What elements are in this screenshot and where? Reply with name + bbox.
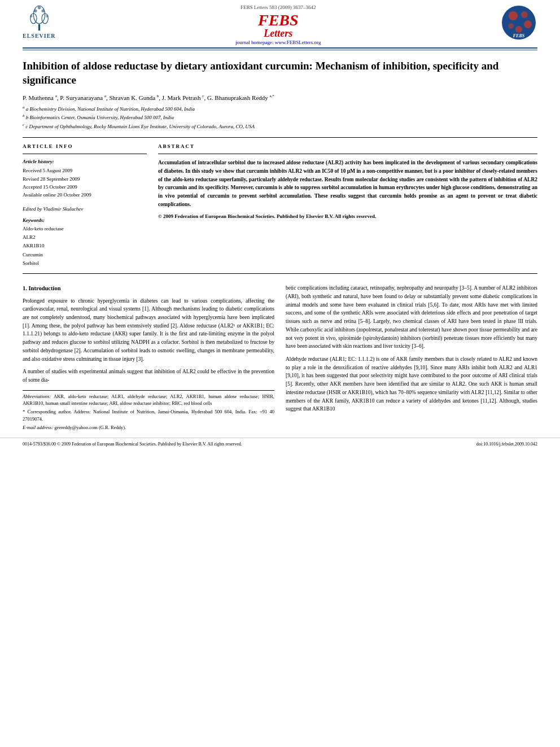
keywords-label: Keywords: xyxy=(23,217,147,223)
abstract-copyright: © 2009 Federation of European Biochemica… xyxy=(158,213,537,219)
email-label: E-mail address: xyxy=(23,425,53,430)
footnotes-section: Abbreviations: AKR, aldo-keto reductase;… xyxy=(23,390,274,431)
abstract-text-block: Accumulation of intracellular sorbitol d… xyxy=(158,159,537,219)
authors-line: P. Muthenna a, P. Suryanarayana a, Shrav… xyxy=(23,94,537,101)
elsevier-wordmark: ELSEVIER xyxy=(23,33,56,39)
svg-point-7 xyxy=(30,15,33,18)
svg-rect-0 xyxy=(38,24,40,30)
febs-circle-icon: FEBS xyxy=(501,5,537,41)
history-label: Article history: xyxy=(23,159,147,164)
email-address: E-mail address: geereddy@yahoo.com (G.R.… xyxy=(23,424,274,431)
svg-point-12 xyxy=(524,20,532,28)
abbreviations: Abbreviations: AKR, aldo-keto reductase;… xyxy=(23,393,274,408)
article-info-header: ARTICLE INFO xyxy=(23,143,147,149)
article-divider-top xyxy=(23,137,537,138)
bottom-bar: 0014-5793/$36.00 © 2009 Federation of Eu… xyxy=(0,438,560,450)
revised-date: Revised 28 September 2009 xyxy=(23,175,147,183)
febs-letters-logo-text: FEBS xyxy=(258,12,299,28)
affiliations: a a Biochemistry Division, National Inst… xyxy=(23,104,537,130)
article-title: Inhibition of aldose reductase by dietar… xyxy=(23,59,537,87)
page: ELSEVIER FEBS Letters 583 (2009) 3637–36… xyxy=(0,0,560,747)
svg-point-5 xyxy=(41,9,45,12)
keywords-section: Keywords: Aldo-keto reductase ALR2 AKR1B… xyxy=(23,217,147,268)
abstract-paragraph: Accumulation of intracellular sorbitol d… xyxy=(158,159,537,208)
body-content: 1. Introduction Prolonged exposure to ch… xyxy=(23,284,537,432)
body-left-column: 1. Introduction Prolonged exposure to ch… xyxy=(23,284,274,432)
keyword-1: Aldo-keto reductase xyxy=(23,225,147,233)
keyword-5: Sorbitol xyxy=(23,259,147,268)
article-divider-bottom xyxy=(23,273,537,274)
keyword-4: Curcumin xyxy=(23,251,147,259)
section1-right-paragraph1: betic complications including cataract, … xyxy=(286,284,537,351)
svg-point-11 xyxy=(521,11,528,18)
abbrev-label: Abbreviations: xyxy=(23,394,51,399)
received-date: Received 5 August 2009 xyxy=(23,167,147,174)
corresponding-label: * Corresponding author. Address: xyxy=(23,409,91,414)
section1-right-paragraph2: Aldehyde reductase (ALR1; EC: 1.1.1.2) i… xyxy=(286,355,537,413)
keyword-2: ALR2 xyxy=(23,233,147,242)
journal-header-center: FEBS Letters 583 (2009) 3637–3642 FEBS L… xyxy=(56,5,501,45)
header-divider-thick xyxy=(23,47,537,49)
elsevier-tree-icon xyxy=(27,5,52,33)
available-date: Available online 20 October 2009 xyxy=(23,191,147,199)
bottom-right-text: doi:10.1016/j.febslet.2009.10.042 xyxy=(476,442,537,447)
elsevier-logo: ELSEVIER xyxy=(23,5,56,39)
article-info-column: ARTICLE INFO Article history: Received 5… xyxy=(23,143,147,268)
abbrev-text: AKR, aldo-keto reductase; ALR1, aldehyde… xyxy=(23,394,274,407)
febs-circle-logo-area: FEBS xyxy=(501,5,537,41)
info-divider xyxy=(23,154,147,154)
journal-homepage: journal homepage: www.FEBSLetters.org xyxy=(235,40,321,45)
abstract-header: ABSTRACT xyxy=(158,143,537,149)
febs-letters-sub: Letters xyxy=(264,28,292,38)
article-info-abstract: ARTICLE INFO Article history: Received 5… xyxy=(23,143,537,268)
svg-point-8 xyxy=(46,15,49,18)
keyword-3: AKR1B10 xyxy=(23,242,147,250)
svg-point-10 xyxy=(509,11,518,20)
bottom-left-text: 0014-5793/$36.00 © 2009 Federation of Eu… xyxy=(23,442,242,447)
abstract-column: ABSTRACT Accumulation of intracellular s… xyxy=(158,143,537,268)
svg-point-6 xyxy=(37,6,41,10)
svg-text:FEBS: FEBS xyxy=(513,33,525,38)
svg-point-4 xyxy=(34,9,37,12)
section1-paragraph1: Prolonged exposure to chronic hyperglyce… xyxy=(23,297,274,364)
svg-point-14 xyxy=(515,26,522,33)
abstract-divider xyxy=(158,154,537,154)
corresponding-author: * Corresponding author. Address: Nationa… xyxy=(23,408,274,423)
edited-by: Edited by Vladimir Skulachev xyxy=(23,206,147,212)
svg-point-13 xyxy=(508,23,514,29)
header: ELSEVIER FEBS Letters 583 (2009) 3637–36… xyxy=(0,0,560,47)
journal-info-text: FEBS Letters 583 (2009) 3637–3642 xyxy=(240,5,316,10)
accepted-date: Accepted 15 October 2009 xyxy=(23,183,147,191)
section1-paragraph2: A number of studies with experimental an… xyxy=(23,368,274,384)
body-right-column: betic complications including cataract, … xyxy=(286,284,537,432)
article-content: Inhibition of aldose reductase by dietar… xyxy=(0,50,560,432)
section1-title: 1. Introduction xyxy=(23,284,274,293)
email-text: geereddy@yahoo.com (G.R. Reddy). xyxy=(54,425,126,430)
